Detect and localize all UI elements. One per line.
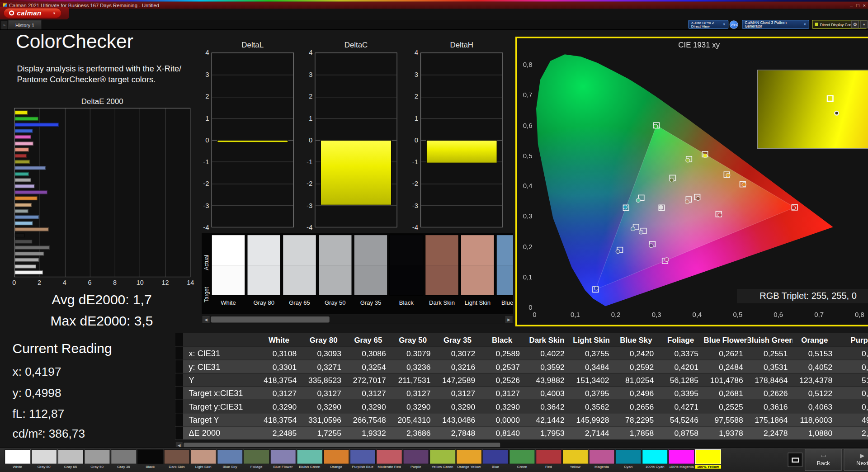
palette-item[interactable]: Cyan — [615, 449, 641, 469]
row-label-cell: x: CIE31 — [183, 347, 257, 359]
palette-swatch[interactable] — [429, 449, 455, 464]
palette-item[interactable]: 100% Magenta — [669, 449, 694, 469]
palette-item[interactable]: Gray 80 — [31, 449, 57, 469]
swatch-patch: Gray 80 — [247, 235, 281, 312]
palette-item[interactable]: Light Skin — [190, 449, 216, 469]
palette-swatch[interactable] — [483, 449, 509, 464]
palette-item[interactable]: Black — [137, 449, 163, 469]
palette-swatch[interactable] — [589, 449, 615, 464]
palette-item[interactable]: Gray 35 — [111, 449, 137, 469]
palette-item[interactable]: Blue Flower — [270, 449, 296, 469]
palette-item[interactable]: Bluish Green — [297, 449, 322, 469]
column-header: Bluish Green — [748, 333, 793, 346]
palette-swatch[interactable] — [509, 449, 535, 464]
maximize-button[interactable]: □ — [856, 3, 859, 8]
palette-swatch[interactable] — [84, 449, 110, 464]
table-cell: 0,2551 — [748, 347, 793, 359]
deltac-plot — [315, 52, 397, 227]
palette-item[interactable]: White — [5, 449, 30, 469]
palette-item[interactable]: Orange — [323, 449, 349, 469]
next-button[interactable]: ▶ Next — [844, 449, 868, 471]
palette-swatch[interactable] — [31, 449, 57, 464]
palette-swatch-label: Cyan — [615, 465, 641, 469]
palette-item[interactable]: Green — [509, 449, 535, 469]
palette-item[interactable]: Blue Sky — [217, 449, 243, 469]
palette-item[interactable]: Purple — [403, 449, 429, 469]
palette-swatch[interactable] — [456, 449, 482, 464]
swatch-label: Blue Sky — [496, 299, 514, 306]
calman-menu-button[interactable]: calman ▼ — [4, 8, 62, 18]
palette-swatch[interactable] — [5, 449, 30, 464]
palette-swatch-label: Blue Sky — [217, 465, 243, 469]
table-cell: 143,0486 — [435, 413, 480, 426]
gear-icon[interactable]: ⚙ — [851, 20, 859, 28]
chevron-down-icon: ▼ — [722, 23, 726, 26]
palette-swatch[interactable] — [562, 449, 588, 464]
row-lead-cell — [175, 413, 184, 426]
header-label-cell — [183, 333, 257, 346]
palette-swatch[interactable] — [137, 449, 163, 464]
cie-measured-marker — [594, 286, 599, 290]
palette-item[interactable]: Red — [536, 449, 561, 469]
palette-swatch[interactable] — [190, 449, 216, 464]
palette-item[interactable]: Dark Skin — [164, 449, 190, 469]
pattern-palette: WhiteGray 80Gray 65Gray 50Gray 35BlackDa… — [5, 449, 721, 469]
palette-swatch[interactable] — [111, 449, 137, 464]
meter-selector[interactable]: X-Rite i1Pro 2 Direct View ▼ — [689, 20, 729, 29]
scroll-right-icon[interactable]: ▶ — [505, 316, 513, 323]
swatch-actual — [390, 235, 423, 265]
scroll-left-icon[interactable]: ◀ — [203, 316, 210, 323]
source-selector[interactable]: CalMAN Client 3 Pattern Generator ▼ — [742, 20, 809, 29]
palette-item[interactable]: 100% Yellow — [695, 449, 721, 469]
palette-swatch[interactable] — [244, 449, 269, 464]
tab-nav-icon[interactable]: » — [1, 21, 8, 29]
palette-swatch[interactable] — [297, 449, 322, 464]
palette-item[interactable]: Magenta — [589, 449, 615, 469]
avg-de2000-stat: Avg dE2000: 1,7 — [6, 292, 198, 307]
palette-swatch[interactable] — [536, 449, 561, 464]
close-button[interactable]: × — [863, 3, 866, 8]
table-row: Target y:CIE310,32900,32900,32900,32900,… — [175, 400, 868, 413]
palette-item[interactable]: Purplish Blue — [350, 449, 376, 469]
palette-swatch[interactable] — [403, 449, 429, 464]
palette-item[interactable]: Orange Yellow — [456, 449, 482, 469]
palette-swatch[interactable] — [323, 449, 349, 464]
gridline — [421, 75, 502, 76]
palette-swatch[interactable] — [615, 449, 641, 464]
palette-item[interactable]: Foliage — [244, 449, 269, 469]
palette-swatch[interactable] — [350, 449, 376, 464]
axis-tick-label: 0 — [302, 136, 313, 144]
deltae-bar — [15, 172, 29, 176]
scrollbar-thumb[interactable] — [211, 316, 330, 322]
palette-swatch-label: Moderate Red — [377, 465, 402, 469]
table-cell: 0,5153 — [793, 347, 837, 359]
palette-swatch[interactable] — [642, 449, 668, 464]
back-button[interactable]: ▭ Back — [805, 449, 842, 471]
deltae-bar — [15, 123, 59, 127]
palette-item[interactable]: Moderate Red — [377, 449, 402, 469]
palette-swatch[interactable] — [669, 449, 694, 464]
palette-item[interactable]: Gray 65 — [58, 449, 84, 469]
palette-swatch[interactable] — [695, 449, 721, 464]
table-cell: 0,3592 — [524, 360, 569, 373]
pattern-window-button[interactable] — [788, 453, 803, 467]
palette-item[interactable]: Yellow — [562, 449, 588, 469]
palette-swatch[interactable] — [58, 449, 84, 464]
palette-item[interactable]: Blue — [483, 449, 509, 469]
tab-history-1[interactable]: History 1 — [9, 20, 42, 29]
deltae-bar — [15, 240, 33, 244]
palette-swatch[interactable] — [270, 449, 296, 464]
palette-swatch[interactable] — [377, 449, 402, 464]
collapse-toolbar-icon[interactable]: ▲ — [860, 20, 868, 28]
palette-item[interactable]: 100% Cyan — [642, 449, 668, 469]
swatch-label: Gray 35 — [354, 299, 388, 306]
minimize-button[interactable]: – — [850, 3, 853, 8]
row-lead-cell — [175, 400, 184, 413]
swatch-target — [319, 265, 352, 295]
palette-item[interactable]: Gray 50 — [84, 449, 110, 469]
palette-swatch[interactable] — [217, 449, 243, 464]
swatch-strip-scrollbar[interactable]: ◀ ▶ — [202, 316, 513, 324]
palette-swatch[interactable] — [164, 449, 190, 464]
deltac-chart: DeltaC 43210-1-2-3-4 — [302, 41, 397, 238]
palette-item[interactable]: Yellow Green — [429, 449, 455, 469]
